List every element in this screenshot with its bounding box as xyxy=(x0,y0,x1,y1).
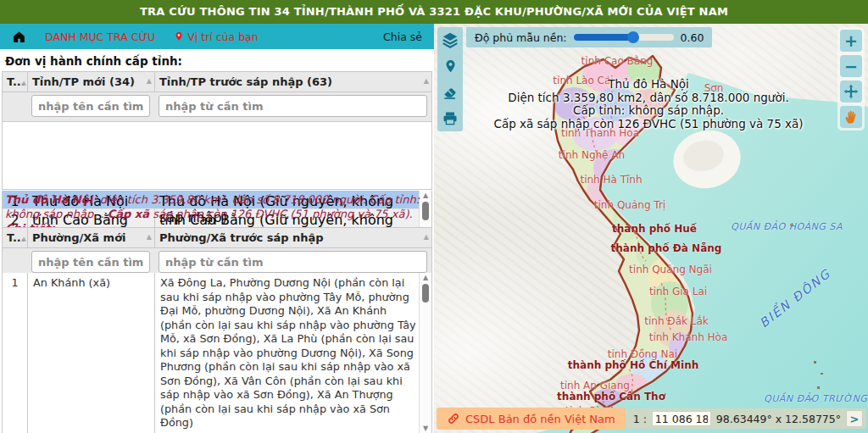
home-button[interactable] xyxy=(12,30,26,44)
hand-tool-button[interactable] xyxy=(840,106,862,128)
scale-input[interactable] xyxy=(652,411,711,426)
map-label-cao-bang: tỉnh Cao Bằng xyxy=(581,55,654,67)
basemap-opacity-control: Độ phủ mẫu nền: 0.60 xyxy=(466,27,712,47)
map-label-truong-sa: QUẦN ĐẢO TRƯỜNG SA xyxy=(764,393,868,404)
map-label-can-tho: thành phố Cần Thơ xyxy=(557,391,665,402)
sort-asc-icon[interactable]: ▲ xyxy=(147,78,152,85)
province-name-filter-input[interactable] xyxy=(31,95,150,117)
sort-icon[interactable]: ▲ xyxy=(22,236,26,242)
page-title: TRA CỨU THÔNG TIN 34 TỈNH/THÀNH PHỐ VÀ 3… xyxy=(0,0,868,24)
eraser-button[interactable] xyxy=(440,83,460,102)
layers-icon xyxy=(441,31,459,49)
note-province-name: Thủ đô Hà Nội xyxy=(5,193,92,206)
column-new-ward[interactable]: Phường/Xã mới▲ xyxy=(28,228,155,247)
ward-table-scrollbar[interactable]: ▲ ▼ xyxy=(419,273,431,433)
ward-word-filter-input[interactable] xyxy=(159,251,427,273)
home-icon xyxy=(12,30,26,44)
opacity-slider[interactable] xyxy=(574,34,674,41)
map-left-toolbar xyxy=(437,27,463,131)
province-table-columns: T...▲ Tỉnh/TP mới (34)▲ Tỉnh/TP trước sá… xyxy=(3,72,431,92)
collapse-statusbar-button[interactable]: > xyxy=(846,410,863,427)
map-panel[interactable]: tỉnh Cao Bằng tỉnh Lào Cai Sơn tỉnh Than… xyxy=(434,24,868,433)
app-window: TRA CỨU THÔNG TIN 34 TỈNH/THÀNH PHỐ VÀ 3… xyxy=(0,0,868,433)
ward-table-columns: T...▲ Phường/Xã mới▲ Phường/Xã trước sáp… xyxy=(3,228,431,248)
lookup-panel: DANH MỤC TRA CỨU Vị trí của bạn Chia sẻ … xyxy=(0,24,434,433)
location-label: Vị trí của bạn xyxy=(187,31,258,43)
slider-fill xyxy=(574,34,634,41)
layers-button[interactable] xyxy=(440,31,460,49)
map-label-hue: thành phố Huế xyxy=(612,223,697,235)
slider-thumb[interactable] xyxy=(627,31,639,43)
scroll-down-icon[interactable]: ▼ xyxy=(420,425,431,432)
map-label-quang-ngai: tỉnh Quảng Ngãi xyxy=(629,264,712,275)
table-row[interactable]: 1 An Khánh (xã) Xã Đông La, Phường Dương… xyxy=(3,273,431,433)
menu-link[interactable]: DANH MỤC TRA CỨU xyxy=(45,31,155,43)
ward-name-filter-input[interactable] xyxy=(31,251,150,273)
share-button[interactable]: Chia sẻ xyxy=(383,31,422,43)
your-location-link[interactable]: Vị trí của bạn xyxy=(174,31,258,43)
print-button[interactable] xyxy=(440,109,460,128)
locate-button[interactable] xyxy=(440,57,460,75)
sort-icon[interactable]: ▲ xyxy=(22,80,26,86)
opacity-slider-label: Độ phủ mẫu nền: xyxy=(475,31,567,44)
map-label-khanh-hoa: tỉnh Khánh Hòa xyxy=(649,331,728,343)
map-zoom-toolbar: + − xyxy=(837,27,865,130)
map-label-dong-nai: tỉnh Đồng Nai xyxy=(608,348,677,360)
map-label-da-nang: thành phố Đà Nẵng xyxy=(611,242,722,254)
menu-label: DANH MỤC TRA CỨU xyxy=(45,31,155,43)
province-word-filter-input[interactable] xyxy=(159,95,427,117)
map-label-ha-tinh: tỉnh Hà Tĩnh xyxy=(580,174,642,186)
ward-table-body: 1 An Khánh (xã) Xã Đông La, Phường Dương… xyxy=(2,273,432,433)
location-pin-icon xyxy=(174,31,184,42)
scroll-up-icon[interactable]: ▲ xyxy=(420,274,431,281)
map-label-nghe-an: tỉnh Nghệ An xyxy=(559,149,625,161)
map-label-ho-chi-minh: thành phố Hồ Chí Minh xyxy=(568,359,698,371)
column-old-ward[interactable]: Phường/Xã trước sáp nhập▲ xyxy=(155,228,431,247)
cursor-coordinates: 98.63449° x 12.58775° xyxy=(716,413,841,425)
ward-table-header: T...▲ Phường/Xã mới▲ Phường/Xã trước sáp… xyxy=(2,227,432,273)
opacity-value: 0.60 xyxy=(681,31,704,44)
basemap-source-button[interactable]: CSDL Bản đồ nền Việt Nam xyxy=(437,408,626,430)
sort-asc-icon[interactable]: ▲ xyxy=(147,234,152,241)
hand-icon xyxy=(843,109,859,125)
nav-bar: DANH MỤC TRA CỨU Vị trí của bạn Chia sẻ xyxy=(0,24,434,49)
map-label-an-giang: tỉnh An Giang xyxy=(560,380,630,391)
map-label-dak-lak: tỉnh Đắk Lắk xyxy=(644,315,708,327)
pan-arrows-icon xyxy=(843,84,859,99)
map-label-quang-tri: tỉnh Quảng Trị xyxy=(594,199,665,211)
section-heading: Đơn vị hành chính cấp tỉnh: xyxy=(5,54,182,68)
zoom-out-button[interactable]: − xyxy=(840,55,862,77)
filter-spacer xyxy=(3,95,28,117)
scrollbar-thumb[interactable] xyxy=(422,284,429,303)
map-label-gia-lai: tỉnh Gia Lai xyxy=(649,286,707,297)
printer-icon xyxy=(442,110,459,127)
province-filter-row xyxy=(3,92,431,122)
tooltip-title: Thủ đô Hà Nội xyxy=(493,78,803,92)
basemap-source-label: CSDL Bản đồ nền Việt Nam xyxy=(465,413,615,425)
column-stt[interactable]: T...▲ xyxy=(3,72,28,92)
map-status-bar: 1 : 98.63449° x 12.58775° > xyxy=(626,408,866,429)
column-new-province[interactable]: Tỉnh/TP mới (34)▲ xyxy=(28,72,155,92)
column-stt[interactable]: T...▲ xyxy=(3,228,28,247)
sort-asc-icon[interactable]: ▲ xyxy=(424,234,429,241)
province-tooltip: Thủ đô Hà Nội Diện tích 3.359,80 km2, dâ… xyxy=(493,78,803,130)
province-table-header: T...▲ Tỉnh/TP mới (34)▲ Tỉnh/TP trước sá… xyxy=(2,71,432,190)
zoom-in-button[interactable]: + xyxy=(840,30,862,52)
eraser-icon xyxy=(442,84,459,101)
filter-spacer xyxy=(3,251,28,273)
map-label-hoang-sa: QUẦN ĐẢO HOÀNG SA xyxy=(731,221,843,232)
column-old-province[interactable]: Tỉnh/TP trước sáp nhập (63)▲ xyxy=(155,72,431,92)
scale-prefix: 1 : xyxy=(633,413,647,425)
pan-button[interactable] xyxy=(840,80,862,103)
sort-asc-icon[interactable]: ▲ xyxy=(424,78,429,85)
map-pin-icon xyxy=(443,58,458,75)
link-icon xyxy=(447,412,460,425)
